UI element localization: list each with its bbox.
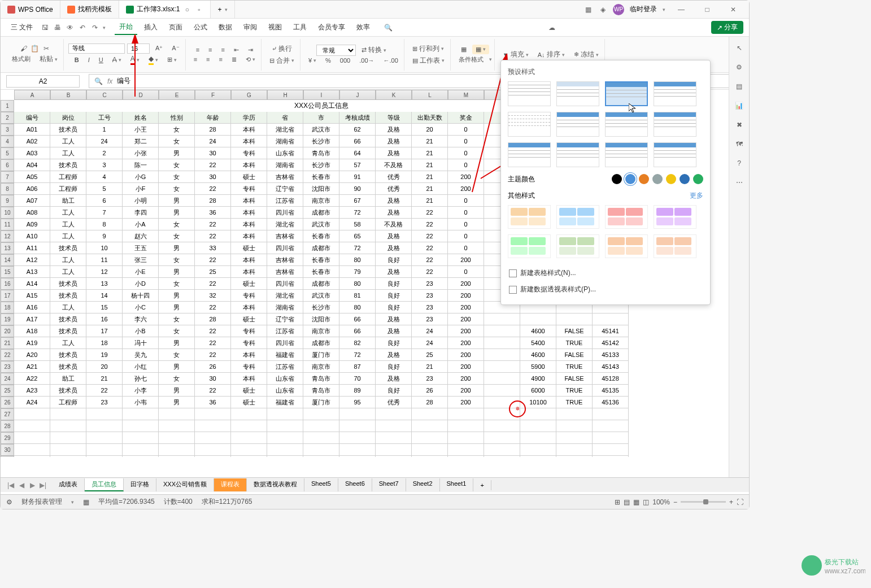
cell[interactable]: A07 — [14, 195, 50, 207]
cell[interactable]: 45142 — [593, 337, 629, 349]
zoom-slider[interactable] — [681, 501, 726, 503]
cell[interactable]: 女 — [159, 230, 195, 242]
cell[interactable]: 优秀 — [376, 397, 412, 408]
cell[interactable]: 小E — [123, 266, 159, 278]
row-header[interactable]: 23 — [1, 361, 14, 373]
other-style-1[interactable] — [508, 205, 551, 229]
cell[interactable] — [303, 420, 339, 432]
cell[interactable] — [267, 456, 303, 457]
increase-font-button[interactable]: A⁺ — [152, 43, 166, 53]
style-preset-1[interactable] — [508, 81, 551, 106]
cell[interactable]: 李六 — [123, 313, 159, 325]
cell[interactable]: 81 — [339, 290, 376, 302]
cloud-icon[interactable]: ☁ — [547, 23, 556, 32]
cell[interactable] — [195, 408, 231, 420]
cell[interactable] — [520, 456, 556, 457]
row-header[interactable]: 13 — [1, 242, 14, 254]
cell[interactable]: 66 — [339, 136, 376, 147]
cell[interactable]: A19 — [14, 337, 50, 349]
zoom-label[interactable]: 100% — [652, 498, 670, 506]
cell[interactable]: 4900 — [520, 373, 556, 385]
cell[interactable]: 24 — [412, 337, 448, 349]
cell[interactable]: 21 — [412, 159, 448, 171]
cell[interactable]: 长春市 — [303, 171, 339, 183]
cell[interactable] — [14, 444, 50, 456]
cell[interactable]: 青岛市 — [303, 373, 339, 385]
cell[interactable]: 及格 — [376, 136, 412, 147]
template-tab[interactable]: 找稻壳模板 — [60, 1, 119, 18]
cell[interactable]: 武汉市 — [303, 290, 339, 302]
zoom-in-button[interactable]: + — [729, 498, 733, 506]
distribute-button[interactable]: ≣ — [228, 55, 240, 64]
cell[interactable]: 80 — [339, 254, 376, 266]
tools-icon[interactable]: ✖ — [735, 120, 744, 129]
cell[interactable] — [593, 456, 629, 457]
cell[interactable]: 28 — [412, 397, 448, 408]
cell[interactable]: 80 — [339, 302, 376, 313]
rowcol-button[interactable]: ⊞ 行和列▾ — [409, 43, 447, 55]
cell[interactable]: 80 — [339, 278, 376, 290]
cell[interactable] — [231, 420, 267, 432]
other-style-7[interactable] — [605, 234, 648, 258]
cell[interactable]: 本科 — [231, 159, 267, 171]
cell[interactable] — [593, 444, 629, 456]
other-style-2[interactable] — [556, 205, 599, 229]
cell[interactable]: 本科 — [231, 266, 267, 278]
decrease-font-button[interactable]: A⁻ — [168, 43, 182, 53]
style-preset-3[interactable] — [605, 81, 648, 106]
cell[interactable]: 长沙市 — [303, 136, 339, 147]
cell[interactable]: 工程师 — [50, 397, 86, 408]
cell[interactable] — [231, 432, 267, 444]
row-header[interactable]: 21 — [1, 337, 14, 349]
cell[interactable]: A08 — [14, 207, 50, 219]
cell[interactable]: 工人 — [50, 337, 86, 349]
cell[interactable]: 工人 — [50, 147, 86, 159]
cell[interactable]: 及格 — [376, 124, 412, 136]
chart-icon[interactable]: 📊 — [735, 101, 744, 110]
cell[interactable]: 工人 — [50, 302, 86, 313]
row-header[interactable]: 25 — [1, 385, 14, 397]
cell[interactable]: 57 — [339, 159, 376, 171]
sheet-tab[interactable]: Sheet5 — [304, 478, 338, 491]
cell[interactable] — [339, 432, 376, 444]
cell[interactable]: A11 — [14, 242, 50, 254]
cell[interactable]: 小D — [123, 278, 159, 290]
cell[interactable]: 助工 — [50, 373, 86, 385]
cell[interactable]: 良好 — [376, 290, 412, 302]
cell[interactable]: 武汉市 — [303, 124, 339, 136]
cell[interactable]: 小A — [123, 219, 159, 230]
cell[interactable]: 33 — [195, 242, 231, 254]
cell[interactable]: 优秀 — [376, 183, 412, 195]
col-header[interactable]: J — [339, 90, 376, 100]
cell[interactable]: 硕士 — [231, 397, 267, 408]
menu-member[interactable]: 会员专享 — [313, 20, 350, 34]
cell[interactable]: 20 — [86, 361, 123, 373]
cell[interactable]: 南京市 — [303, 195, 339, 207]
cell[interactable]: 男 — [159, 290, 195, 302]
cell[interactable]: 23 — [412, 302, 448, 313]
cell[interactable] — [86, 444, 123, 456]
cell[interactable]: 7 — [86, 207, 123, 219]
cell[interactable] — [484, 456, 520, 457]
cell[interactable]: 25 — [412, 349, 448, 361]
cell[interactable] — [159, 420, 195, 432]
cell[interactable]: 28 — [195, 124, 231, 136]
cell[interactable] — [448, 408, 484, 420]
cell[interactable] — [556, 432, 593, 444]
cell[interactable]: 15 — [86, 302, 123, 313]
cell[interactable]: 21 — [412, 195, 448, 207]
status-grid-icon[interactable]: ▦ — [83, 498, 89, 506]
cell[interactable]: 赵六 — [123, 230, 159, 242]
cell[interactable]: 不及格 — [376, 219, 412, 230]
cell[interactable]: 小明 — [123, 195, 159, 207]
cell[interactable]: 67 — [339, 195, 376, 207]
cell[interactable]: 湖南省 — [267, 136, 303, 147]
cell[interactable]: 12 — [86, 266, 123, 278]
cell[interactable]: 小李 — [123, 385, 159, 397]
cell[interactable]: 长春市 — [303, 254, 339, 266]
cell[interactable]: 及格 — [376, 349, 412, 361]
cell[interactable] — [448, 444, 484, 456]
dec-dec-button[interactable]: ←.00 — [380, 56, 402, 65]
view-break-icon[interactable]: ▦ — [633, 498, 639, 506]
add-sheet-button[interactable]: + — [473, 480, 491, 490]
